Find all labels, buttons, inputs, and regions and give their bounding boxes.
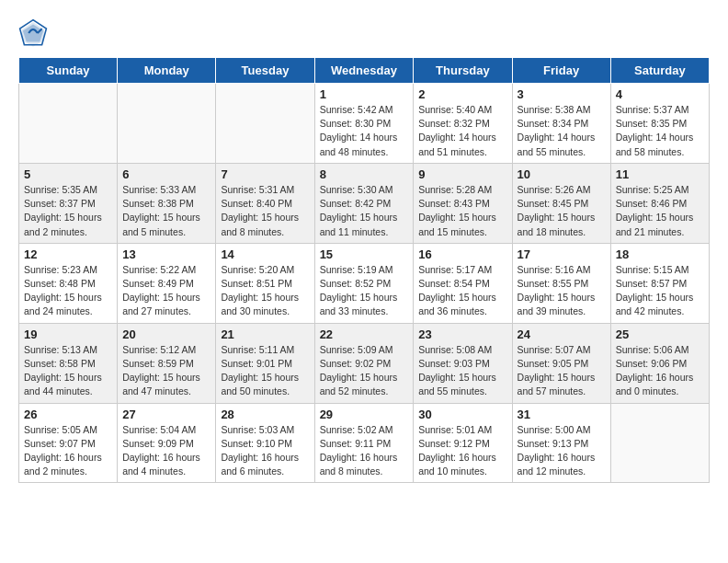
day-header-monday: Monday <box>118 58 216 84</box>
day-info: Sunrise: 5:30 AM Sunset: 8:42 PM Dayligh… <box>320 183 409 239</box>
day-number: 9 <box>418 167 506 181</box>
day-number: 18 <box>616 247 704 261</box>
day-header-thursday: Thursday <box>414 58 512 84</box>
page-header <box>18 18 710 48</box>
day-info: Sunrise: 5:12 AM Sunset: 8:59 PM Dayligh… <box>122 343 210 399</box>
day-info: Sunrise: 5:37 AM Sunset: 8:35 PM Dayligh… <box>616 103 704 159</box>
calendar-cell <box>610 403 709 483</box>
day-number: 7 <box>221 167 309 181</box>
day-number: 26 <box>24 408 112 421</box>
calendar-cell: 6Sunrise: 5:33 AM Sunset: 8:38 PM Daylig… <box>118 163 216 243</box>
calendar-cell: 19Sunrise: 5:13 AM Sunset: 8:58 PM Dayli… <box>19 323 118 403</box>
calendar-cell <box>118 84 216 164</box>
day-number: 23 <box>418 327 506 341</box>
calendar-cell: 3Sunrise: 5:38 AM Sunset: 8:34 PM Daylig… <box>512 84 610 164</box>
calendar-cell: 5Sunrise: 5:35 AM Sunset: 8:37 PM Daylig… <box>19 163 118 243</box>
logo <box>18 18 51 48</box>
day-info: Sunrise: 5:23 AM Sunset: 8:48 PM Dayligh… <box>24 263 112 319</box>
calendar-week-1: 1Sunrise: 5:42 AM Sunset: 8:30 PM Daylig… <box>19 84 710 164</box>
day-info: Sunrise: 5:00 AM Sunset: 9:13 PM Dayligh… <box>518 423 606 479</box>
calendar-cell: 27Sunrise: 5:04 AM Sunset: 9:09 PM Dayli… <box>118 403 216 483</box>
day-number: 13 <box>122 247 210 261</box>
day-number: 31 <box>518 408 606 421</box>
day-number: 15 <box>320 247 409 261</box>
calendar-table: SundayMondayTuesdayWednesdayThursdayFrid… <box>18 57 710 483</box>
day-info: Sunrise: 5:16 AM Sunset: 8:55 PM Dayligh… <box>518 263 606 319</box>
day-info: Sunrise: 5:06 AM Sunset: 9:06 PM Dayligh… <box>616 343 704 399</box>
day-info: Sunrise: 5:40 AM Sunset: 8:32 PM Dayligh… <box>418 103 506 159</box>
day-number: 20 <box>122 327 210 341</box>
day-info: Sunrise: 5:26 AM Sunset: 8:45 PM Dayligh… <box>518 183 606 239</box>
day-info: Sunrise: 5:04 AM Sunset: 9:09 PM Dayligh… <box>122 423 210 479</box>
day-number: 25 <box>616 327 704 341</box>
calendar-cell: 22Sunrise: 5:09 AM Sunset: 9:02 PM Dayli… <box>314 323 414 403</box>
calendar-week-2: 5Sunrise: 5:35 AM Sunset: 8:37 PM Daylig… <box>19 163 710 243</box>
day-number: 5 <box>24 167 112 181</box>
day-header-saturday: Saturday <box>610 58 709 84</box>
calendar-cell <box>216 84 314 164</box>
day-info: Sunrise: 5:33 AM Sunset: 8:38 PM Dayligh… <box>122 183 210 239</box>
calendar-cell: 2Sunrise: 5:40 AM Sunset: 8:32 PM Daylig… <box>414 84 512 164</box>
day-info: Sunrise: 5:05 AM Sunset: 9:07 PM Dayligh… <box>24 423 112 479</box>
calendar-cell: 28Sunrise: 5:03 AM Sunset: 9:10 PM Dayli… <box>216 403 314 483</box>
calendar-cell: 18Sunrise: 5:15 AM Sunset: 8:57 PM Dayli… <box>610 243 709 323</box>
calendar-cell: 14Sunrise: 5:20 AM Sunset: 8:51 PM Dayli… <box>216 243 314 323</box>
day-header-sunday: Sunday <box>19 58 118 84</box>
day-number: 8 <box>320 167 409 181</box>
calendar-cell: 31Sunrise: 5:00 AM Sunset: 9:13 PM Dayli… <box>512 403 610 483</box>
day-number: 14 <box>221 247 309 261</box>
day-number: 3 <box>518 87 606 101</box>
calendar-cell: 24Sunrise: 5:07 AM Sunset: 9:05 PM Dayli… <box>512 323 610 403</box>
calendar-cell: 21Sunrise: 5:11 AM Sunset: 9:01 PM Dayli… <box>216 323 314 403</box>
day-info: Sunrise: 5:20 AM Sunset: 8:51 PM Dayligh… <box>221 263 309 319</box>
day-info: Sunrise: 5:42 AM Sunset: 8:30 PM Dayligh… <box>320 103 409 159</box>
day-info: Sunrise: 5:09 AM Sunset: 9:02 PM Dayligh… <box>320 343 409 399</box>
day-number: 6 <box>122 167 210 181</box>
day-info: Sunrise: 5:13 AM Sunset: 8:58 PM Dayligh… <box>24 343 112 399</box>
day-info: Sunrise: 5:17 AM Sunset: 8:54 PM Dayligh… <box>418 263 506 319</box>
calendar-body: 1Sunrise: 5:42 AM Sunset: 8:30 PM Daylig… <box>19 84 710 483</box>
calendar-cell: 10Sunrise: 5:26 AM Sunset: 8:45 PM Dayli… <box>512 163 610 243</box>
calendar-cell: 26Sunrise: 5:05 AM Sunset: 9:07 PM Dayli… <box>19 403 118 483</box>
day-header-wednesday: Wednesday <box>314 58 414 84</box>
day-info: Sunrise: 5:35 AM Sunset: 8:37 PM Dayligh… <box>24 183 112 239</box>
day-number: 29 <box>320 408 409 421</box>
day-number: 24 <box>518 327 606 341</box>
calendar-week-5: 26Sunrise: 5:05 AM Sunset: 9:07 PM Dayli… <box>19 403 710 483</box>
calendar-cell: 15Sunrise: 5:19 AM Sunset: 8:52 PM Dayli… <box>314 243 414 323</box>
day-number: 10 <box>518 167 606 181</box>
calendar-cell: 12Sunrise: 5:23 AM Sunset: 8:48 PM Dayli… <box>19 243 118 323</box>
day-number: 4 <box>616 87 704 101</box>
calendar-cell: 17Sunrise: 5:16 AM Sunset: 8:55 PM Dayli… <box>512 243 610 323</box>
day-number: 21 <box>221 327 309 341</box>
day-number: 22 <box>320 327 409 341</box>
calendar-cell: 29Sunrise: 5:02 AM Sunset: 9:11 PM Dayli… <box>314 403 414 483</box>
day-info: Sunrise: 5:11 AM Sunset: 9:01 PM Dayligh… <box>221 343 309 399</box>
day-info: Sunrise: 5:19 AM Sunset: 8:52 PM Dayligh… <box>320 263 409 319</box>
day-number: 2 <box>418 87 506 101</box>
calendar-cell <box>19 84 118 164</box>
day-info: Sunrise: 5:22 AM Sunset: 8:49 PM Dayligh… <box>122 263 210 319</box>
calendar-cell: 7Sunrise: 5:31 AM Sunset: 8:40 PM Daylig… <box>216 163 314 243</box>
day-info: Sunrise: 5:25 AM Sunset: 8:46 PM Dayligh… <box>616 183 704 239</box>
calendar-cell: 30Sunrise: 5:01 AM Sunset: 9:12 PM Dayli… <box>414 403 512 483</box>
calendar-cell: 1Sunrise: 5:42 AM Sunset: 8:30 PM Daylig… <box>314 84 414 164</box>
logo-icon <box>18 18 48 48</box>
day-number: 27 <box>122 408 210 421</box>
calendar-week-3: 12Sunrise: 5:23 AM Sunset: 8:48 PM Dayli… <box>19 243 710 323</box>
day-number: 11 <box>616 167 704 181</box>
day-number: 28 <box>221 408 309 421</box>
day-number: 17 <box>518 247 606 261</box>
calendar-cell: 8Sunrise: 5:30 AM Sunset: 8:42 PM Daylig… <box>314 163 414 243</box>
calendar-cell: 25Sunrise: 5:06 AM Sunset: 9:06 PM Dayli… <box>610 323 709 403</box>
day-number: 1 <box>320 87 409 101</box>
day-info: Sunrise: 5:03 AM Sunset: 9:10 PM Dayligh… <box>221 423 309 479</box>
calendar-cell: 4Sunrise: 5:37 AM Sunset: 8:35 PM Daylig… <box>610 84 709 164</box>
day-info: Sunrise: 5:02 AM Sunset: 9:11 PM Dayligh… <box>320 423 409 479</box>
day-number: 19 <box>24 327 112 341</box>
calendar-cell: 23Sunrise: 5:08 AM Sunset: 9:03 PM Dayli… <box>414 323 512 403</box>
calendar-cell: 20Sunrise: 5:12 AM Sunset: 8:59 PM Dayli… <box>118 323 216 403</box>
day-number: 16 <box>418 247 506 261</box>
day-info: Sunrise: 5:07 AM Sunset: 9:05 PM Dayligh… <box>518 343 606 399</box>
day-header-friday: Friday <box>512 58 610 84</box>
